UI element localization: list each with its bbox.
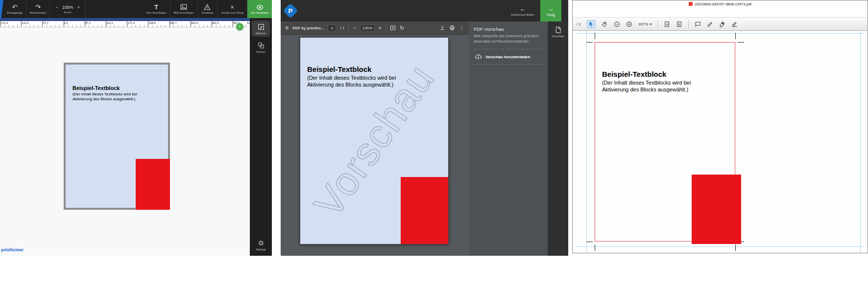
ruler-tick: 342.9 <box>191 22 198 24</box>
sidebar-item-label: Settings <box>256 248 266 251</box>
printformer-logo: P <box>283 3 298 18</box>
zoom-value[interactable]: 135% <box>360 24 375 32</box>
crop-mark <box>738 42 744 43</box>
toolbar-separator <box>688 20 689 28</box>
download-preview-button[interactable]: Vorschau herunterladen <box>474 49 543 65</box>
kebab-menu-icon[interactable]: ⋮ <box>459 25 464 31</box>
edit-icon <box>258 23 265 30</box>
screenshot-root: ↶ Rückgängig ↷ Wiederholen − 105% + Zoom… <box>0 0 868 289</box>
sidebar-item-edit[interactable]: Editieren <box>252 21 270 37</box>
undo-icon: ↶ <box>12 4 17 10</box>
scroll-mode-icon[interactable] <box>676 21 682 27</box>
add-image-label: Bild hinzufügen <box>174 11 194 14</box>
red-color-block <box>401 177 448 244</box>
guide-line-vertical <box>586 31 587 253</box>
sidebar-item-shapes[interactable]: Formen <box>252 39 270 55</box>
preview-tab-strip: Vorschau <box>548 22 568 256</box>
signature-tool-icon[interactable] <box>731 21 738 27</box>
redo-button[interactable]: ↷ Wiederholen <box>26 0 50 18</box>
undo-label: Rückgängig <box>7 11 23 14</box>
print-icon[interactable] <box>449 25 455 31</box>
done-button[interactable]: → Fertig <box>540 0 561 22</box>
sidebar-item-label: Editieren <box>256 32 266 35</box>
add-image-button[interactable]: Bild hinzufügen <box>170 0 198 18</box>
select-tool-button[interactable] <box>587 20 596 28</box>
sidebar-item-label: Formen <box>256 50 265 53</box>
undo-button[interactable]: ↶ Rückgängig <box>3 0 26 18</box>
ruler-collapse-button[interactable]: ‹ <box>236 23 243 30</box>
ruler-tick: 57.1 <box>85 22 91 24</box>
comment-icon[interactable] <box>695 21 701 27</box>
rotate-icon[interactable]: ↻ <box>400 25 404 31</box>
warning-icon <box>204 4 211 10</box>
document-icon <box>555 26 561 33</box>
fill-sign-pen-icon[interactable] <box>719 21 725 27</box>
pdf-document-title: PDF by printfor... <box>292 26 324 30</box>
crop-mark <box>735 33 736 39</box>
horizontal-ruler: 171.4 114.3 57.1 0.0 57.1 114.3 171.4 22… <box>0 21 250 27</box>
back-to-editor-button[interactable]: ← zurück zum Editor <box>511 5 534 16</box>
add-text-label: Text hinzufügen <box>146 11 167 14</box>
back-to-editor-label: zurück zum Editor <box>511 13 534 16</box>
hints-label: Hinweise <box>201 11 213 14</box>
tab-preview[interactable]: Vorschau <box>548 22 568 38</box>
back-to-shop-label: zurück zum Shop <box>221 11 243 14</box>
document-viewport[interactable]: Beispiel-Textblock (Der Inhalt dieses Te… <box>573 31 868 253</box>
crop-mark <box>595 33 595 39</box>
zoom-in-icon[interactable] <box>626 21 632 27</box>
guide-line-horizontal <box>577 33 864 34</box>
done-label: Fertig <box>547 13 555 17</box>
zoom-value: 107% <box>638 22 648 26</box>
zoom-value: 105% <box>62 5 73 10</box>
text-block-body: (Der Inhalt dieses Textblocks wird bei A… <box>72 92 149 102</box>
caret-down-icon: ▾ <box>650 22 651 26</box>
hand-tool-button[interactable] <box>602 21 608 27</box>
text-block-body: (Der Inhalt dieses Textblocks wird bei A… <box>602 79 708 93</box>
add-text-button[interactable]: T Text hinzufügen <box>143 0 170 18</box>
back-to-shop-button[interactable]: × zurück zum Shop <box>217 0 247 18</box>
zoom-out-icon[interactable] <box>614 21 620 27</box>
chevron-left-icon: ‹ <box>239 23 241 29</box>
crop-mark <box>586 42 593 43</box>
crop-mark <box>735 245 736 251</box>
printformer-link[interactable]: printformer <box>1 247 24 252</box>
zoom-out-icon[interactable]: − <box>353 25 356 31</box>
zoom-control: − 105% + Zoom <box>50 0 86 18</box>
tab-preview-label: Vorschau <box>552 35 564 38</box>
fit-page-icon[interactable] <box>390 25 396 31</box>
page-number-input[interactable] <box>328 24 336 32</box>
zoom-level-dropdown[interactable]: 107% ▾ <box>638 22 651 26</box>
redo-label: Wiederholen <box>30 11 47 14</box>
download-preview-label: Vorschau herunterladen <box>485 55 530 59</box>
hints-button[interactable]: Hinweise <box>198 0 217 18</box>
sidebar-toggle-icon[interactable]: ≡ <box>285 24 289 31</box>
toolbar-spacer <box>86 0 143 18</box>
sidebar-item-settings[interactable]: Settings <box>252 237 270 253</box>
design-page[interactable]: Beispiel-Textblock (Der Inhalt dieses Te… <box>64 63 170 210</box>
page-fit-icon[interactable] <box>664 21 670 27</box>
gear-icon <box>258 240 265 246</box>
to-preview-button[interactable]: Zur Vorschau <box>247 0 272 18</box>
editor-canvas[interactable]: Beispiel-Textblock (Der Inhalt dieses Te… <box>0 27 250 256</box>
ruler-tick: 285.7 <box>170 22 177 24</box>
text-block[interactable]: Beispiel-Textblock (Der Inhalt dieses Te… <box>72 85 149 102</box>
zoom-out-icon[interactable]: − <box>55 5 58 10</box>
preview-panel-description: Bitte überprüfe das Dokument gründlich, … <box>474 34 543 44</box>
pdf-preview-viewport[interactable]: Beispiel-Textblock (Der Inhalt dieses Te… <box>281 35 469 256</box>
shapes-icon <box>258 42 265 49</box>
zoom-label: Zoom <box>64 11 71 14</box>
red-color-block[interactable] <box>136 159 170 210</box>
zoom-in-icon[interactable]: + <box>77 5 80 10</box>
pencil-tool-icon[interactable] <box>707 21 713 27</box>
editor-toolbar: ↶ Rückgängig ↷ Wiederholen − 105% + Zoom… <box>0 0 272 18</box>
crop-mark <box>595 245 595 251</box>
text-block-title: Beispiel-Textblock <box>602 70 708 78</box>
redo-icon: ↷ <box>35 4 41 10</box>
viewer-toolbar: / 1 107% ▾ <box>573 17 868 31</box>
ruler-tick: 400.0 <box>212 22 219 24</box>
download-icon[interactable] <box>439 25 445 31</box>
guide-line-vertical <box>860 31 861 253</box>
zoom-in-icon[interactable]: + <box>379 25 382 31</box>
window-titlebar: 20210830-093707-3608-13973.pdf <box>573 0 868 7</box>
forward-arrow-icon: → <box>548 5 554 12</box>
